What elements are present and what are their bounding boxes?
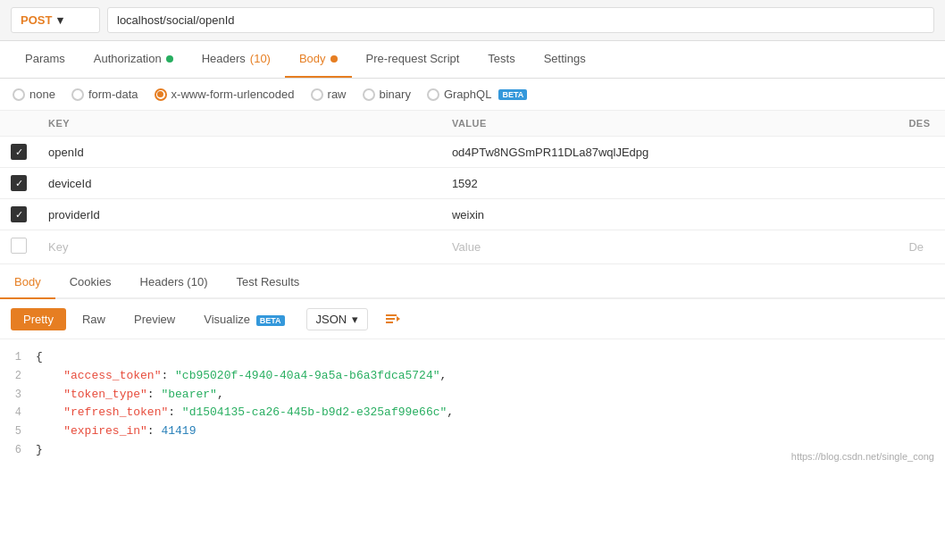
response-body-code: 1{2 "access_token": "cb95020f-4940-40a4-… [0,339,945,469]
body-type-binary[interactable]: binary [363,88,411,101]
row-key[interactable]: Key [38,230,441,264]
col-desc-header: DES [898,111,945,137]
row-checkbox-cell: ✓ [0,199,38,230]
code-line: 2 "access_token": "cb95020f-4940-40a4-9a… [0,367,945,386]
line-number: 2 [0,368,36,385]
table-row: ✓providerIdweixin [0,199,945,230]
tab-tests[interactable]: Tests [473,41,529,78]
line-number: 4 [0,405,36,422]
col-key-header: KEY [38,111,441,137]
params-table: KEY VALUE DES ✓openIdod4PTw8NGSmPR11DLa8… [0,111,945,264]
radio-none [13,88,25,101]
tab-headers[interactable]: Headers (10) [188,41,285,78]
line-number: 3 [0,387,36,404]
row-desc[interactable]: De [898,230,945,264]
row-value: 1592 [441,168,899,199]
tab-body[interactable]: Body [285,41,352,78]
format-select[interactable]: JSON ▾ [306,308,369,330]
checkbox-checked[interactable]: ✓ [11,175,27,191]
table-row: ✓deviceId1592 [0,168,945,199]
table-row: KeyValueDe [0,230,945,264]
body-type-selector: none form-data x-www-form-urlencoded raw… [0,79,945,111]
top-nav-tabs: Params Authorization Headers (10) Body P… [0,41,945,79]
row-key: deviceId [38,168,441,199]
row-checkbox-cell: ✓ [0,137,38,168]
code-line: 5 "expires_in": 41419 [0,422,945,441]
radio-graphql [427,88,439,101]
body-type-none[interactable]: none [13,88,55,101]
authorization-dot [166,55,173,63]
format-dropdown-arrow: ▾ [352,313,358,326]
line-content: { [36,348,945,367]
params-table-section: KEY VALUE DES ✓openIdod4PTw8NGSmPR11DLa8… [0,111,945,264]
bottom-tab-test-results[interactable]: Test Results [222,266,314,299]
visualize-beta-badge: BETA [256,315,285,326]
tab-settings[interactable]: Settings [530,41,600,78]
row-value[interactable]: Value [441,230,899,264]
wrap-button[interactable] [379,306,407,331]
radio-raw [311,88,323,101]
watermark: https://blog.csdn.net/single_cong [791,451,934,462]
row-key: providerId [38,199,441,230]
code-line: 4 "refresh_token": "d1504135-ca26-445b-b… [0,404,945,422]
url-input[interactable] [107,7,934,33]
body-type-raw[interactable]: raw [311,88,347,101]
pretty-button[interactable]: Pretty [11,308,66,330]
line-number: 6 [0,442,36,459]
line-content: "expires_in": 41419 [36,422,945,441]
line-content: "refresh_token": "d1504135-ca26-445b-b9d… [36,404,945,422]
row-key: openId [38,137,441,168]
method-select[interactable]: POST ▾ [11,7,100,33]
row-desc[interactable] [898,137,945,168]
radio-binary [363,88,375,101]
row-desc[interactable] [898,168,945,199]
checkbox-checked[interactable]: ✓ [11,206,27,222]
row-value: od4PTw8NGSmPR11DLa87wqlJEdpg [441,137,899,168]
body-type-form-data[interactable]: form-data [71,88,138,101]
url-bar: POST ▾ [0,0,945,41]
method-dropdown-arrow: ▾ [57,13,63,27]
line-number: 1 [0,349,36,366]
row-checkbox-cell: ✓ [0,168,38,199]
line-number: 5 [0,423,36,440]
row-desc[interactable] [898,199,945,230]
line-content: "token_type": "bearer", [36,386,945,405]
bottom-tab-headers[interactable]: Headers (10) [126,266,222,299]
graphql-beta-badge: BETA [498,89,527,100]
body-type-urlencoded[interactable]: x-www-form-urlencoded [155,88,295,101]
preview-button[interactable]: Preview [121,308,188,330]
tab-authorization[interactable]: Authorization [79,41,188,78]
tab-pre-request[interactable]: Pre-request Script [352,41,474,78]
bottom-tab-cookies[interactable]: Cookies [55,266,126,299]
line-content: "access_token": "cb95020f-4940-40a4-9a5a… [36,367,945,386]
raw-button[interactable]: Raw [70,308,118,330]
radio-form-data [71,88,84,101]
code-line: 3 "token_type": "bearer", [0,386,945,405]
checkbox-checked[interactable]: ✓ [11,144,27,160]
bottom-nav-tabs: Body Cookies Headers (10) Test Results [0,266,945,299]
radio-urlencoded [155,88,167,101]
response-toolbar: Pretty Raw Preview Visualize BETA JSON ▾ [0,299,945,339]
method-label: POST [21,13,52,27]
col-checkbox [0,111,38,137]
col-value-header: VALUE [441,111,899,137]
body-dot [330,55,338,63]
row-checkbox-cell [0,230,38,264]
bottom-tab-body[interactable]: Body [0,266,55,299]
row-value: weixin [441,199,899,230]
checkbox-empty[interactable] [11,238,27,254]
tab-params[interactable]: Params [11,41,79,78]
code-viewer: 1{2 "access_token": "cb95020f-4940-40a4-… [0,339,945,469]
visualize-button[interactable]: Visualize BETA [191,308,297,330]
body-type-graphql[interactable]: GraphQL BETA [427,88,527,101]
code-line: 1{ [0,348,945,367]
table-row: ✓openIdod4PTw8NGSmPR11DLa87wqlJEdpg [0,137,945,168]
